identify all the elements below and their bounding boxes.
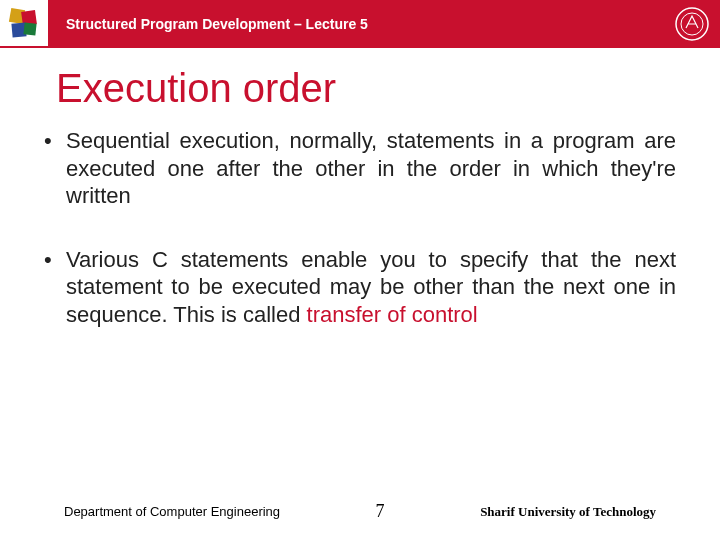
puzzle-logo-icon: [0, 0, 48, 48]
bullet-highlight: transfer of control: [307, 302, 478, 327]
svg-rect-3: [23, 22, 36, 35]
footer: Department of Computer Engineering 7 Sha…: [0, 501, 720, 522]
footer-department: Department of Computer Engineering: [64, 504, 280, 519]
bullet-item: Sequential execution, normally, statemen…: [44, 127, 676, 210]
page-number: 7: [376, 501, 385, 522]
university-seal-icon: [674, 6, 710, 42]
slide-title: Execution order: [56, 66, 720, 111]
header-bar: Structured Program Development – Lecture…: [0, 0, 720, 48]
slide-content: Sequential execution, normally, statemen…: [0, 127, 720, 328]
header-title: Structured Program Development – Lecture…: [66, 16, 368, 32]
bullet-text: Sequential execution, normally, statemen…: [66, 128, 676, 208]
footer-university: Sharif University of Technology: [480, 504, 656, 520]
bullet-item: Various C statements enable you to speci…: [44, 246, 676, 329]
